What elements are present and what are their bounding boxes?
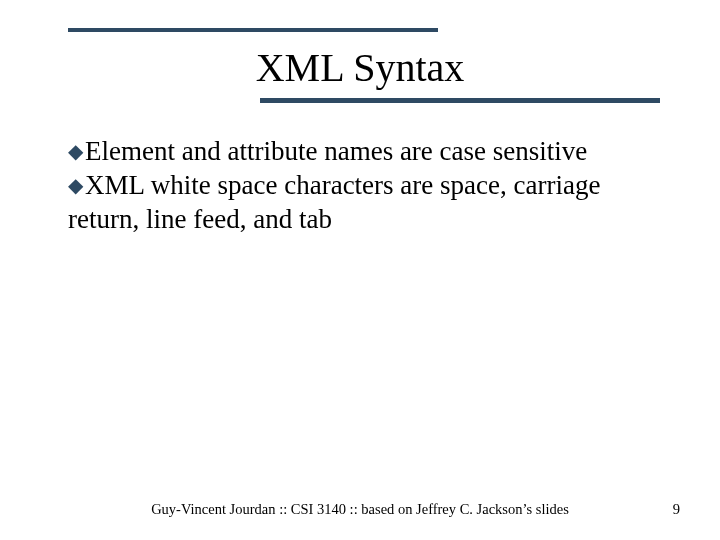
top-horizontal-rule <box>68 28 438 32</box>
page-number: 9 <box>673 501 680 518</box>
slide-title: XML Syntax <box>0 44 720 91</box>
bullet-item: ◆Element and attribute names are case se… <box>68 135 660 169</box>
bullet-text: Element and attribute names are case sen… <box>85 136 587 166</box>
slide-footer: Guy-Vincent Jourdan :: CSI 3140 :: based… <box>0 501 720 518</box>
bullet-text: XML white space characters are space, ca… <box>68 170 600 234</box>
title-underline-rule <box>260 98 660 103</box>
footer-attribution: Guy-Vincent Jourdan :: CSI 3140 :: based… <box>0 501 720 518</box>
bullet-item: ◆XML white space characters are space, c… <box>68 169 660 237</box>
diamond-bullet-icon: ◆ <box>68 173 83 198</box>
diamond-bullet-icon: ◆ <box>68 139 83 164</box>
body-content: ◆Element and attribute names are case se… <box>68 135 660 236</box>
